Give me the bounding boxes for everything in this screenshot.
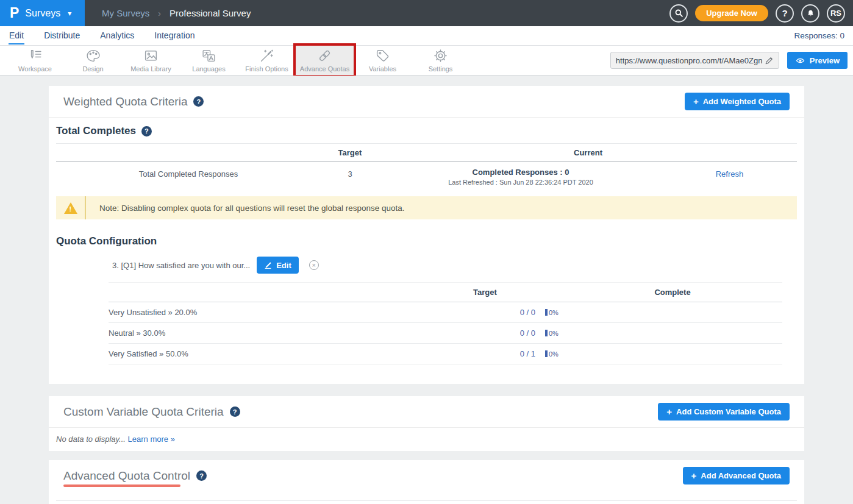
- remove-quota-icon[interactable]: ×: [309, 260, 319, 270]
- quota-table-header: Target Complete: [109, 283, 782, 302]
- advanced-quota-help-icon[interactable]: ?: [196, 470, 207, 481]
- custom-variable-header: Custom Variable Quota Criteria ? + Add C…: [49, 396, 804, 428]
- breadcrumb: My Surveys › Professional Survey: [102, 8, 251, 18]
- total-completes-table-header: Target Current: [56, 144, 797, 162]
- surveys-menu-label: Surveys: [25, 8, 60, 19]
- eye-icon: [795, 57, 805, 65]
- toolbar-item-finish-options[interactable]: Finish Options: [238, 46, 296, 74]
- search-icon: [674, 8, 684, 18]
- toolbar-item-advance-quotas[interactable]: Advance Quotas: [296, 46, 354, 75]
- quota-configuration-title-row: Quota Configuration: [56, 235, 797, 247]
- notifications-button[interactable]: [801, 4, 819, 23]
- image-icon: [143, 48, 159, 63]
- target-count: 0 / 0: [435, 328, 535, 338]
- plus-icon: +: [691, 470, 697, 481]
- quota-note-text: Note: Disabling complex quota for all qu…: [86, 196, 405, 219]
- total-completed-responses-label: Total Completed Responses: [56, 168, 321, 179]
- column-target: Target: [435, 288, 535, 297]
- main-content: Weighted Quota Criteria ? + Add Weighted…: [0, 76, 853, 504]
- weighted-quota-help-icon[interactable]: ?: [193, 96, 204, 107]
- plus-icon: +: [693, 96, 699, 107]
- add-weighted-quota-button[interactable]: + Add Weighted Quota: [685, 93, 790, 110]
- add-advanced-quota-button[interactable]: + Add Advanced Quota: [683, 467, 790, 484]
- top-bar: P Surveys ▾ My Surveys › Professional Su…: [0, 0, 853, 26]
- survey-url-input[interactable]: [616, 56, 765, 65]
- responses-count: Responses: 0: [794, 31, 844, 40]
- learn-more-link[interactable]: Learn more »: [128, 435, 175, 444]
- survey-url-area: Preview: [610, 52, 853, 69]
- tab-analytics[interactable]: Analytics: [99, 27, 135, 44]
- palette-icon: [85, 48, 101, 63]
- completed-responses-count: Completed Responses : 0: [379, 168, 662, 177]
- current-value-block: Completed Responses : 0 Last Refreshed :…: [379, 168, 662, 186]
- topbar-actions: Upgrade Now ? RS: [669, 4, 853, 23]
- plus-icon: +: [666, 406, 672, 417]
- progress-bar: [545, 330, 548, 336]
- progress-percent: 0%: [549, 350, 559, 358]
- toolbar-item-settings[interactable]: Settings: [412, 46, 469, 74]
- target-count: 0 / 0: [435, 308, 535, 317]
- progress-bar: [545, 350, 548, 357]
- refresh-link[interactable]: Refresh: [716, 169, 744, 179]
- preview-button[interactable]: Preview: [787, 52, 848, 69]
- user-avatar[interactable]: RS: [827, 4, 845, 23]
- quota-note-banner: ! Note: Disabling complex quota for all …: [56, 196, 797, 219]
- weighted-quota-title-row: Weighted Quota Criteria ?: [63, 95, 204, 108]
- target-count: 0 / 1: [435, 349, 535, 358]
- edit-url-pencil-icon[interactable]: [765, 56, 774, 65]
- translate-icon: [201, 48, 216, 63]
- magic-wand-icon: [259, 48, 274, 63]
- search-button[interactable]: [669, 4, 688, 23]
- total-completes-section: Total Completes ? Target Current Total C…: [49, 118, 804, 364]
- weighted-quota-title: Weighted Quota Criteria: [63, 95, 187, 108]
- quota-row-very-satisfied: Very Satisfied » 50.0% 0 / 1 0%: [109, 344, 782, 364]
- chevron-down-icon: ▾: [68, 9, 71, 18]
- progress-percent: 0%: [549, 330, 559, 337]
- quota-row-neutral: Neutral » 30.0% 0 / 0 0%: [109, 323, 782, 344]
- custom-variable-quota-card: Custom Variable Quota Criteria ? + Add C…: [49, 396, 804, 451]
- total-completes-title-row: Total Completes ?: [56, 125, 797, 137]
- answer-option-label: Very Unsatisfied » 20.0%: [109, 308, 435, 317]
- workspace-icon: [27, 48, 43, 63]
- column-current: Current: [379, 148, 797, 157]
- edit-quota-button[interactable]: Edit: [257, 257, 299, 274]
- answer-option-label: Neutral » 30.0%: [109, 328, 435, 338]
- advanced-quota-card: Advanced Quota Control ? + Add Advanced …: [49, 460, 804, 504]
- question-icon: ?: [782, 8, 787, 18]
- survey-nav-bar: Edit Distribute Analytics Integration Re…: [0, 26, 853, 46]
- target-value: 3: [321, 168, 379, 179]
- column-complete: Complete: [563, 288, 782, 297]
- tab-integration[interactable]: Integration: [154, 27, 195, 44]
- progress-percent: 0%: [549, 309, 559, 316]
- divider: [56, 500, 797, 501]
- advanced-quota-title-row: Advanced Quota Control ?: [63, 469, 207, 483]
- tab-distribute[interactable]: Distribute: [43, 27, 80, 44]
- tab-edit[interactable]: Edit: [9, 27, 24, 44]
- questionpro-logo: P: [10, 4, 19, 21]
- breadcrumb-current-survey: Professional Survey: [170, 8, 251, 18]
- avatar-initials: RS: [830, 9, 841, 18]
- add-custom-variable-quota-button[interactable]: + Add Custom Variable Quota: [658, 403, 790, 421]
- toolbar-item-design[interactable]: Design: [64, 46, 122, 74]
- custom-variable-help-icon[interactable]: ?: [230, 406, 240, 417]
- warning-icon: !: [64, 202, 77, 214]
- red-annotation-underline: [63, 484, 180, 487]
- custom-variable-title: Custom Variable Quota Criteria: [63, 405, 224, 419]
- quota-configuration-title: Quota Configuration: [56, 235, 157, 247]
- column-target: Target: [321, 148, 379, 157]
- toolbar-item-variables[interactable]: Variables: [354, 46, 412, 74]
- toolbar-item-workspace[interactable]: Workspace: [6, 46, 64, 74]
- tag-icon: [375, 48, 390, 63]
- edit-toolbar: Workspace Design Media Library Languages…: [0, 46, 853, 76]
- total-completes-help-icon[interactable]: ?: [141, 126, 152, 137]
- upgrade-now-button[interactable]: Upgrade Now: [695, 5, 768, 21]
- toolbar-item-media-library[interactable]: Media Library: [122, 46, 180, 74]
- progress-bar: [545, 309, 548, 316]
- help-button[interactable]: ?: [776, 4, 794, 23]
- toolbar-item-languages[interactable]: Languages: [180, 46, 238, 74]
- quota-row-very-unsatisfied: Very Unsatisfied » 20.0% 0 / 0 0%: [109, 302, 782, 323]
- survey-url-field: [610, 52, 779, 69]
- surveys-menu[interactable]: P Surveys ▾: [0, 0, 85, 26]
- breadcrumb-my-surveys[interactable]: My Surveys: [102, 8, 149, 18]
- gear-icon: [433, 48, 448, 63]
